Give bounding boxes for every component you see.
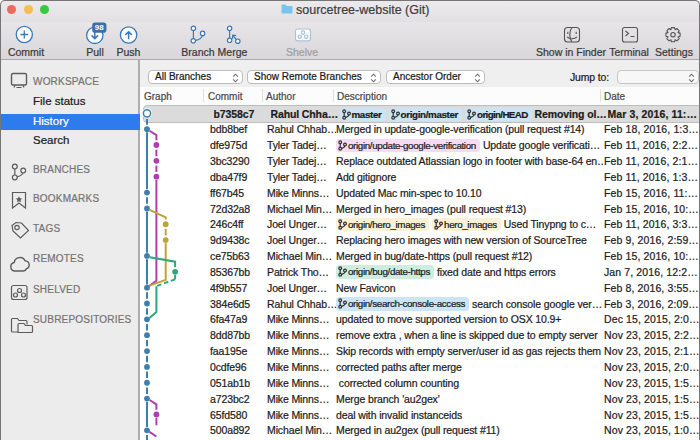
svg-text:98: 98 [95,23,104,32]
